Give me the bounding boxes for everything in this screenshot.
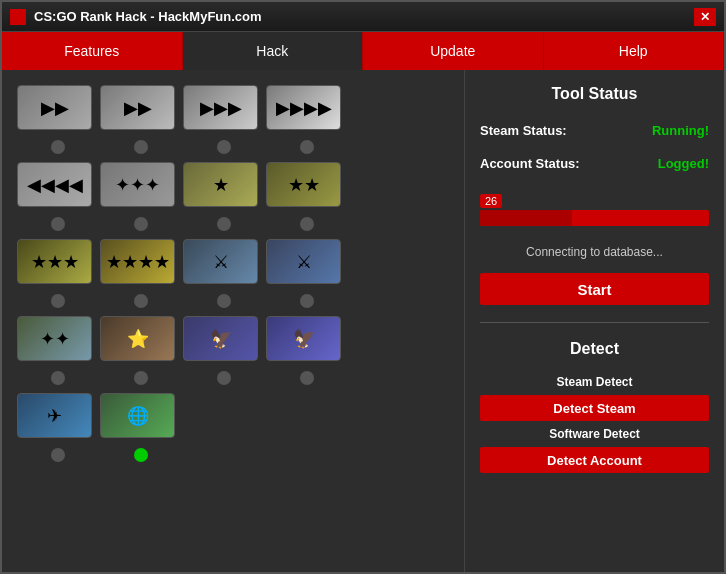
rank-badge-gnm[interactable]: ★★★★ bbox=[100, 239, 175, 284]
rank-badge-gn3[interactable]: ★★★ bbox=[17, 239, 92, 284]
detect-steam-button[interactable]: Detect Steam bbox=[480, 395, 709, 421]
nav-update[interactable]: Update bbox=[363, 32, 544, 70]
nav-features[interactable]: Features bbox=[2, 32, 183, 70]
rank-badge-mge[interactable]: ✦✦ bbox=[17, 316, 92, 361]
detect-title: Detect bbox=[480, 340, 709, 358]
rank-badge-se[interactable]: ◀◀◀◀ bbox=[17, 162, 92, 207]
account-status-value: Logged! bbox=[658, 156, 709, 171]
radio-lem[interactable] bbox=[300, 371, 314, 385]
rank-row-5: ✈ 🌐 bbox=[17, 393, 449, 438]
radio-s3[interactable] bbox=[217, 140, 231, 154]
radio-row-2 bbox=[17, 217, 449, 231]
app-icon bbox=[10, 9, 26, 25]
radio-s4[interactable] bbox=[300, 140, 314, 154]
window-title: CS:GO Rank Hack - HackMyFun.com bbox=[34, 9, 262, 24]
radio-mg2[interactable] bbox=[300, 294, 314, 308]
steam-status-label: Steam Status: bbox=[480, 123, 567, 138]
account-status-row: Account Status: Logged! bbox=[480, 156, 709, 171]
rank-badge-gn1[interactable]: ★ bbox=[183, 162, 258, 207]
radio-global[interactable] bbox=[134, 448, 148, 462]
steam-status-row: Steam Status: Running! bbox=[480, 123, 709, 138]
status-message: Connecting to database... bbox=[480, 245, 709, 259]
rank-badge-s4[interactable]: ▶▶▶▶ bbox=[266, 85, 341, 130]
steam-status-value: Running! bbox=[652, 123, 709, 138]
tool-status-title: Tool Status bbox=[480, 85, 709, 103]
radio-gn3[interactable] bbox=[51, 294, 65, 308]
close-button[interactable]: ✕ bbox=[694, 8, 716, 26]
radio-row-1 bbox=[17, 140, 449, 154]
rank-badge-lem[interactable]: 🦅 bbox=[266, 316, 341, 361]
rank-row-1: ▶▶ ▶▶ ▶▶▶ ▶▶▶▶ bbox=[17, 85, 449, 130]
radio-gnm[interactable] bbox=[134, 294, 148, 308]
rank-badge-s1[interactable]: ▶▶ bbox=[17, 85, 92, 130]
radio-s1[interactable] bbox=[51, 140, 65, 154]
rank-badge-le[interactable]: 🦅 bbox=[183, 316, 258, 361]
nav-hack[interactable]: Hack bbox=[183, 32, 364, 70]
rank-row-4: ✦✦ ⭐ 🦅 🦅 bbox=[17, 316, 449, 361]
start-button[interactable]: Start bbox=[480, 273, 709, 305]
radio-dmg[interactable] bbox=[134, 371, 148, 385]
progress-bar-bg bbox=[480, 210, 709, 226]
radio-se[interactable] bbox=[51, 217, 65, 231]
progress-bar-fill bbox=[480, 210, 572, 226]
title-bar-left: CS:GO Rank Hack - HackMyFun.com bbox=[10, 9, 262, 25]
rank-row-2: ◀◀◀◀ ✦✦✦ ★ ★★ bbox=[17, 162, 449, 207]
detect-account-button[interactable]: Detect Account bbox=[480, 447, 709, 473]
title-bar: CS:GO Rank Hack - HackMyFun.com ✕ bbox=[2, 2, 724, 32]
radio-gn1[interactable] bbox=[217, 217, 231, 231]
rank-badge-global[interactable]: 🌐 bbox=[100, 393, 175, 438]
radio-le[interactable] bbox=[217, 371, 231, 385]
radio-row-3 bbox=[17, 294, 449, 308]
rank-selector: ▶▶ ▶▶ ▶▶▶ ▶▶▶▶ bbox=[2, 70, 464, 572]
rank-badge-dmg[interactable]: ⭐ bbox=[100, 316, 175, 361]
rank-badge-mg2[interactable]: ⚔ bbox=[266, 239, 341, 284]
divider bbox=[480, 322, 709, 323]
radio-gn2[interactable] bbox=[300, 217, 314, 231]
radio-s2[interactable] bbox=[134, 140, 148, 154]
progress-container: 26 bbox=[480, 191, 709, 226]
steam-detect-label: Steam Detect bbox=[480, 375, 709, 389]
account-status-label: Account Status: bbox=[480, 156, 580, 171]
nav-help[interactable]: Help bbox=[544, 32, 725, 70]
rank-row-3: ★★★ ★★★★ ⚔ ⚔ bbox=[17, 239, 449, 284]
rank-badge-smfc[interactable]: ✈ bbox=[17, 393, 92, 438]
rank-badge-mg1[interactable]: ⚔ bbox=[183, 239, 258, 284]
radio-row-5 bbox=[17, 448, 449, 462]
main-window: CS:GO Rank Hack - HackMyFun.com ✕ Featur… bbox=[0, 0, 726, 574]
progress-number: 26 bbox=[480, 194, 502, 208]
content-area: ▶▶ ▶▶ ▶▶▶ ▶▶▶▶ bbox=[2, 70, 724, 572]
nav-bar: Features Hack Update Help bbox=[2, 32, 724, 70]
detect-section: Steam Detect Detect Steam Software Detec… bbox=[480, 375, 709, 473]
rank-badge-gn2[interactable]: ★★ bbox=[266, 162, 341, 207]
rank-badge-s3[interactable]: ▶▶▶ bbox=[183, 85, 258, 130]
rank-badge-sem[interactable]: ✦✦✦ bbox=[100, 162, 175, 207]
radio-sem[interactable] bbox=[134, 217, 148, 231]
rank-badge-s2[interactable]: ▶▶ bbox=[100, 85, 175, 130]
radio-smfc[interactable] bbox=[51, 448, 65, 462]
right-panel: Tool Status Steam Status: Running! Accou… bbox=[464, 70, 724, 572]
radio-mg1[interactable] bbox=[217, 294, 231, 308]
radio-row-4 bbox=[17, 371, 449, 385]
radio-mge[interactable] bbox=[51, 371, 65, 385]
software-detect-label: Software Detect bbox=[480, 427, 709, 441]
